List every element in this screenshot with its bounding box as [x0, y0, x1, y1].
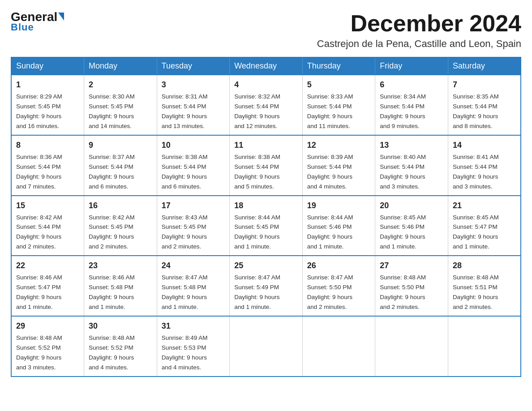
day-info: Sunrise: 8:38 AMSunset: 5:44 PMDaylight:…	[234, 154, 280, 190]
calendar-table: Sunday Monday Tuesday Wednesday Thursday…	[11, 57, 521, 377]
calendar-cell: 4 Sunrise: 8:32 AMSunset: 5:44 PMDayligh…	[230, 75, 303, 135]
col-tuesday: Tuesday	[157, 57, 230, 75]
day-info: Sunrise: 8:47 AMSunset: 5:50 PMDaylight:…	[307, 274, 353, 310]
day-number: 9	[89, 139, 152, 151]
day-number: 13	[380, 139, 443, 151]
calendar-cell	[302, 316, 375, 377]
day-number: 11	[234, 139, 298, 151]
day-info: Sunrise: 8:31 AMSunset: 5:44 PMDaylight:…	[162, 93, 208, 129]
day-number: 4	[234, 79, 298, 91]
calendar-cell: 14 Sunrise: 8:41 AMSunset: 5:44 PMDaylig…	[448, 135, 521, 196]
day-number: 18	[234, 200, 298, 212]
day-info: Sunrise: 8:48 AMSunset: 5:51 PMDaylight:…	[453, 274, 499, 310]
day-number: 14	[453, 139, 516, 151]
location-subtitle: Castrejon de la Pena, Castille and Leon,…	[317, 38, 521, 50]
day-number: 20	[380, 200, 443, 212]
day-info: Sunrise: 8:30 AMSunset: 5:45 PMDaylight:…	[89, 93, 135, 129]
day-info: Sunrise: 8:29 AMSunset: 5:45 PMDaylight:…	[16, 93, 62, 129]
calendar-cell: 31 Sunrise: 8:49 AMSunset: 5:53 PMDaylig…	[157, 316, 230, 377]
day-info: Sunrise: 8:40 AMSunset: 5:44 PMDaylight:…	[380, 154, 426, 190]
calendar-week-row: 29 Sunrise: 8:48 AMSunset: 5:52 PMDaylig…	[11, 316, 521, 377]
calendar-cell: 27 Sunrise: 8:48 AMSunset: 5:50 PMDaylig…	[375, 256, 448, 316]
day-number: 7	[453, 79, 516, 91]
day-number: 26	[307, 260, 371, 272]
day-number: 2	[89, 79, 152, 91]
calendar-cell: 6 Sunrise: 8:34 AMSunset: 5:44 PMDayligh…	[375, 75, 448, 135]
day-number: 28	[453, 260, 516, 272]
calendar-week-row: 1 Sunrise: 8:29 AMSunset: 5:45 PMDayligh…	[11, 75, 521, 135]
col-wednesday: Wednesday	[230, 57, 303, 75]
day-info: Sunrise: 8:39 AMSunset: 5:44 PMDaylight:…	[307, 154, 353, 190]
col-friday: Friday	[375, 57, 448, 75]
calendar-week-row: 15 Sunrise: 8:42 AMSunset: 5:44 PMDaylig…	[11, 196, 521, 256]
day-info: Sunrise: 8:48 AMSunset: 5:52 PMDaylight:…	[16, 334, 62, 371]
title-area: December 2024 Castrejon de la Pena, Cast…	[317, 11, 521, 50]
day-number: 27	[380, 260, 443, 272]
day-info: Sunrise: 8:36 AMSunset: 5:44 PMDaylight:…	[16, 154, 62, 190]
calendar-cell	[448, 316, 521, 377]
day-number: 3	[162, 79, 225, 91]
day-number: 15	[16, 200, 79, 212]
day-info: Sunrise: 8:37 AMSunset: 5:44 PMDaylight:…	[89, 154, 135, 190]
day-number: 16	[89, 200, 152, 212]
day-number: 10	[162, 139, 225, 151]
day-info: Sunrise: 8:46 AMSunset: 5:48 PMDaylight:…	[89, 274, 135, 310]
calendar-week-row: 22 Sunrise: 8:46 AMSunset: 5:47 PMDaylig…	[11, 256, 521, 316]
day-number: 29	[16, 320, 79, 332]
calendar-cell: 8 Sunrise: 8:36 AMSunset: 5:44 PMDayligh…	[11, 135, 84, 196]
calendar-cell: 24 Sunrise: 8:47 AMSunset: 5:48 PMDaylig…	[157, 256, 230, 316]
calendar-cell: 2 Sunrise: 8:30 AMSunset: 5:45 PMDayligh…	[84, 75, 157, 135]
day-info: Sunrise: 8:38 AMSunset: 5:44 PMDaylight:…	[162, 154, 208, 190]
day-number: 31	[162, 320, 225, 332]
page-header: General Blue December 2024 Castrejon de …	[11, 11, 521, 50]
logo: General Blue	[11, 11, 64, 33]
day-number: 22	[16, 260, 79, 272]
day-info: Sunrise: 8:44 AMSunset: 5:46 PMDaylight:…	[307, 214, 353, 250]
col-sunday: Sunday	[11, 57, 84, 75]
col-monday: Monday	[84, 57, 157, 75]
calendar-cell: 22 Sunrise: 8:46 AMSunset: 5:47 PMDaylig…	[11, 256, 84, 316]
day-info: Sunrise: 8:48 AMSunset: 5:50 PMDaylight:…	[380, 274, 426, 310]
col-thursday: Thursday	[302, 57, 375, 75]
calendar-cell: 26 Sunrise: 8:47 AMSunset: 5:50 PMDaylig…	[302, 256, 375, 316]
calendar-cell: 7 Sunrise: 8:35 AMSunset: 5:44 PMDayligh…	[448, 75, 521, 135]
day-info: Sunrise: 8:44 AMSunset: 5:45 PMDaylight:…	[234, 214, 280, 250]
day-number: 1	[16, 79, 79, 91]
day-number: 30	[89, 320, 152, 332]
day-info: Sunrise: 8:42 AMSunset: 5:45 PMDaylight:…	[89, 214, 135, 250]
calendar-cell: 17 Sunrise: 8:43 AMSunset: 5:45 PMDaylig…	[157, 196, 230, 256]
day-info: Sunrise: 8:34 AMSunset: 5:44 PMDaylight:…	[380, 93, 426, 129]
calendar-cell: 19 Sunrise: 8:44 AMSunset: 5:46 PMDaylig…	[302, 196, 375, 256]
calendar-cell	[375, 316, 448, 377]
day-number: 24	[162, 260, 225, 272]
day-info: Sunrise: 8:41 AMSunset: 5:44 PMDaylight:…	[453, 154, 499, 190]
calendar-cell: 16 Sunrise: 8:42 AMSunset: 5:45 PMDaylig…	[84, 196, 157, 256]
day-info: Sunrise: 8:46 AMSunset: 5:47 PMDaylight:…	[16, 274, 62, 310]
calendar-cell: 29 Sunrise: 8:48 AMSunset: 5:52 PMDaylig…	[11, 316, 84, 377]
calendar-body: 1 Sunrise: 8:29 AMSunset: 5:45 PMDayligh…	[11, 75, 521, 376]
col-saturday: Saturday	[448, 57, 521, 75]
day-info: Sunrise: 8:35 AMSunset: 5:44 PMDaylight:…	[453, 93, 499, 129]
calendar-cell: 28 Sunrise: 8:48 AMSunset: 5:51 PMDaylig…	[448, 256, 521, 316]
day-number: 19	[307, 200, 371, 212]
day-number: 25	[234, 260, 298, 272]
day-number: 21	[453, 200, 516, 212]
day-number: 12	[307, 139, 371, 151]
day-info: Sunrise: 8:47 AMSunset: 5:49 PMDaylight:…	[234, 274, 280, 310]
calendar-cell: 5 Sunrise: 8:33 AMSunset: 5:44 PMDayligh…	[302, 75, 375, 135]
day-info: Sunrise: 8:49 AMSunset: 5:53 PMDaylight:…	[162, 334, 208, 371]
calendar-week-row: 8 Sunrise: 8:36 AMSunset: 5:44 PMDayligh…	[11, 135, 521, 196]
day-info: Sunrise: 8:43 AMSunset: 5:45 PMDaylight:…	[162, 214, 208, 250]
calendar-cell: 30 Sunrise: 8:48 AMSunset: 5:52 PMDaylig…	[84, 316, 157, 377]
calendar-cell: 25 Sunrise: 8:47 AMSunset: 5:49 PMDaylig…	[230, 256, 303, 316]
day-info: Sunrise: 8:33 AMSunset: 5:44 PMDaylight:…	[307, 93, 353, 129]
day-number: 23	[89, 260, 152, 272]
month-title: December 2024	[317, 11, 521, 36]
day-info: Sunrise: 8:47 AMSunset: 5:48 PMDaylight:…	[162, 274, 208, 310]
calendar-cell: 9 Sunrise: 8:37 AMSunset: 5:44 PMDayligh…	[84, 135, 157, 196]
day-info: Sunrise: 8:48 AMSunset: 5:52 PMDaylight:…	[89, 334, 135, 371]
calendar-cell: 13 Sunrise: 8:40 AMSunset: 5:44 PMDaylig…	[375, 135, 448, 196]
calendar-cell: 23 Sunrise: 8:46 AMSunset: 5:48 PMDaylig…	[84, 256, 157, 316]
calendar-cell: 18 Sunrise: 8:44 AMSunset: 5:45 PMDaylig…	[230, 196, 303, 256]
logo-arrow-icon	[58, 13, 64, 21]
